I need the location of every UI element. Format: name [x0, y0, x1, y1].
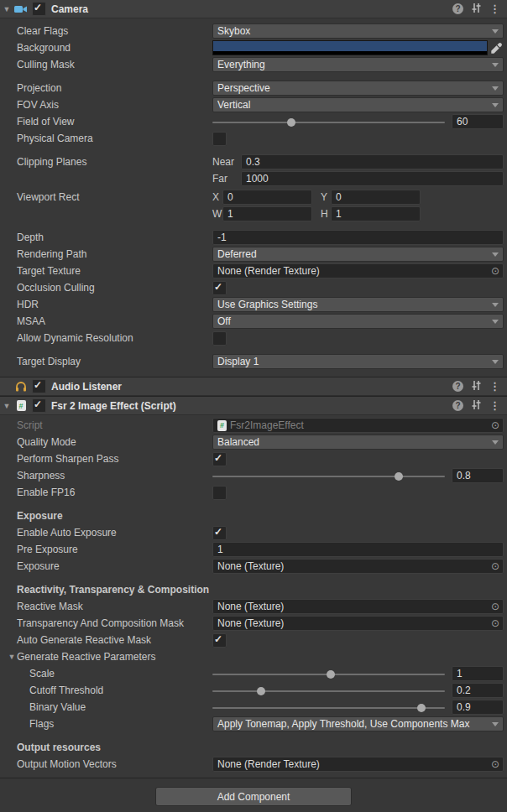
row-projection: Projection Perspective	[0, 80, 507, 96]
chevron-down-icon	[492, 63, 499, 67]
cutoff-threshold-label: Cutoff Threshold	[0, 684, 212, 696]
more-menu-icon[interactable]: ⋮	[489, 3, 500, 15]
audio-listener-enabled-checkbox[interactable]	[32, 379, 46, 393]
row-clipping-far: Far 1000	[0, 170, 507, 187]
target-texture-object-field[interactable]: None (Render Texture) ⊙	[212, 263, 504, 278]
projection-dropdown[interactable]: Perspective	[212, 81, 504, 96]
chevron-down-icon	[492, 29, 499, 34]
slider-knob[interactable]	[257, 687, 265, 695]
cutoff-threshold-value-field[interactable]: 0.2	[452, 683, 504, 698]
rendering-path-dropdown[interactable]: Deferred	[212, 247, 504, 262]
exposure-object-field[interactable]: None (Texture) ⊙	[212, 559, 504, 574]
object-value: None (Texture)	[217, 560, 489, 572]
audio-listener-component-header[interactable]: ▼ Audio Listener ? ⋮	[0, 377, 507, 396]
slider-knob[interactable]	[395, 472, 403, 481]
auto-generate-reactive-mask-checkbox[interactable]	[212, 633, 227, 648]
fsr2-enabled-checkbox[interactable]	[32, 398, 46, 413]
row-sharpness: Sharpness 0.8	[0, 467, 507, 484]
field-of-view-slider[interactable]	[212, 115, 445, 128]
row-occlusion-culling: Occlusion Culling	[0, 279, 507, 296]
add-component-button[interactable]: Add Component	[155, 787, 352, 806]
quality-mode-dropdown[interactable]: Balanced	[212, 435, 504, 450]
viewport-h-field[interactable]: 1	[331, 206, 421, 221]
object-picker-icon[interactable]: ⊙	[489, 600, 502, 613]
row-clear-flags: Clear Flags Skybox	[0, 23, 507, 39]
quality-mode-label: Quality Mode	[0, 436, 212, 448]
eyedropper-icon[interactable]	[489, 43, 504, 54]
component-title: Audio Listener	[51, 381, 122, 393]
binary-value-slider[interactable]	[212, 700, 445, 714]
help-icon[interactable]: ?	[452, 3, 463, 14]
near-field[interactable]: 0.3	[241, 154, 504, 169]
object-picker-icon[interactable]: ⊙	[489, 757, 502, 771]
fsr2-component-header[interactable]: ▼ # Fsr 2 Image Effect (Script) ? ⋮	[0, 396, 507, 415]
chevron-down-icon	[492, 360, 499, 364]
slider-knob[interactable]	[417, 704, 426, 712]
presets-icon[interactable]	[471, 399, 482, 413]
field-value: 1	[227, 208, 233, 220]
cutoff-threshold-slider[interactable]	[212, 684, 445, 697]
viewport-w-field[interactable]: 1	[222, 206, 312, 221]
enable-auto-exposure-checkbox[interactable]	[212, 526, 227, 540]
row-hdr: HDR Use Graphics Settings	[0, 296, 507, 313]
msaa-dropdown[interactable]: Off	[212, 314, 504, 329]
more-menu-icon[interactable]: ⋮	[489, 399, 500, 412]
pre-exposure-field[interactable]: 1	[212, 542, 504, 557]
foldout-arrow-icon[interactable]: ▼	[7, 653, 17, 661]
field-value: 0	[227, 191, 233, 203]
row-depth: Depth -1	[0, 229, 507, 246]
color-rgb-area	[213, 41, 487, 51]
viewport-y-field[interactable]: 0	[331, 190, 421, 205]
occlusion-culling-checkbox[interactable]	[212, 281, 227, 295]
hdr-dropdown[interactable]: Use Graphics Settings	[212, 297, 504, 312]
reactive-mask-object-field[interactable]: None (Texture) ⊙	[212, 599, 504, 614]
object-picker-icon[interactable]: ⊙	[489, 617, 502, 630]
help-icon[interactable]: ?	[452, 381, 463, 392]
generate-reactive-parameters-label[interactable]: Generate Reactive Parameters	[17, 651, 155, 663]
object-picker-icon[interactable]: ⊙	[489, 560, 502, 573]
scale-value-field[interactable]: 1	[452, 666, 504, 681]
flags-dropdown[interactable]: Apply Tonemap, Apply Threshold, Use Comp…	[212, 716, 504, 731]
camera-icon	[13, 3, 29, 16]
sharpness-value-field[interactable]: 0.8	[452, 468, 504, 483]
camera-component-header[interactable]: ▼ Camera ? ⋮	[0, 0, 507, 18]
viewport-x-field[interactable]: 0	[222, 190, 312, 205]
perform-sharpen-pass-checkbox[interactable]	[212, 452, 227, 466]
object-picker-icon[interactable]: ⊙	[489, 264, 502, 278]
camera-enabled-checkbox[interactable]	[32, 2, 46, 16]
culling-mask-dropdown[interactable]: Everything	[212, 57, 504, 72]
transparency-mask-object-field[interactable]: None (Texture) ⊙	[212, 616, 504, 631]
slider-knob[interactable]	[327, 670, 335, 679]
more-menu-icon[interactable]: ⋮	[489, 380, 500, 393]
background-color-swatch[interactable]	[212, 40, 488, 55]
field-value: 0	[336, 191, 342, 203]
sharpness-slider[interactable]	[212, 469, 445, 482]
scale-slider[interactable]	[212, 667, 445, 680]
target-display-dropdown[interactable]: Display 1	[212, 354, 504, 369]
y-label: Y	[321, 191, 331, 203]
dropdown-value: Perspective	[217, 82, 489, 94]
field-value: 1	[217, 544, 223, 555]
script-object-field[interactable]: # Fsr2ImageEffect ⊙	[212, 418, 504, 433]
help-icon[interactable]: ?	[452, 400, 463, 411]
slider-knob[interactable]	[287, 118, 295, 127]
output-motion-vectors-object-field[interactable]: None (Render Texture) ⊙	[212, 757, 504, 772]
object-picker-icon[interactable]: ⊙	[489, 419, 502, 432]
output-section-header: Output resources	[0, 742, 212, 753]
exposure-section-header: Exposure	[0, 510, 212, 522]
binary-value-value-field[interactable]: 0.9	[452, 700, 504, 715]
fov-axis-dropdown[interactable]: Vertical	[212, 97, 504, 112]
enable-fp16-checkbox[interactable]	[212, 486, 227, 500]
far-field[interactable]: 1000	[241, 171, 504, 186]
presets-icon[interactable]	[471, 380, 482, 393]
foldout-arrow-icon[interactable]: ▼	[0, 402, 13, 410]
field-value: 1	[457, 668, 463, 679]
physical-camera-checkbox[interactable]	[212, 132, 227, 146]
field-of-view-value-field[interactable]: 60	[452, 114, 504, 129]
depth-field[interactable]: -1	[212, 230, 504, 245]
clear-flags-dropdown[interactable]: Skybox	[212, 23, 504, 39]
allow-dynamic-resolution-checkbox[interactable]	[212, 331, 227, 346]
row-rendering-path: Rendering Path Deferred	[0, 246, 507, 263]
foldout-arrow-icon[interactable]: ▼	[0, 5, 13, 13]
presets-icon[interactable]	[471, 3, 482, 16]
